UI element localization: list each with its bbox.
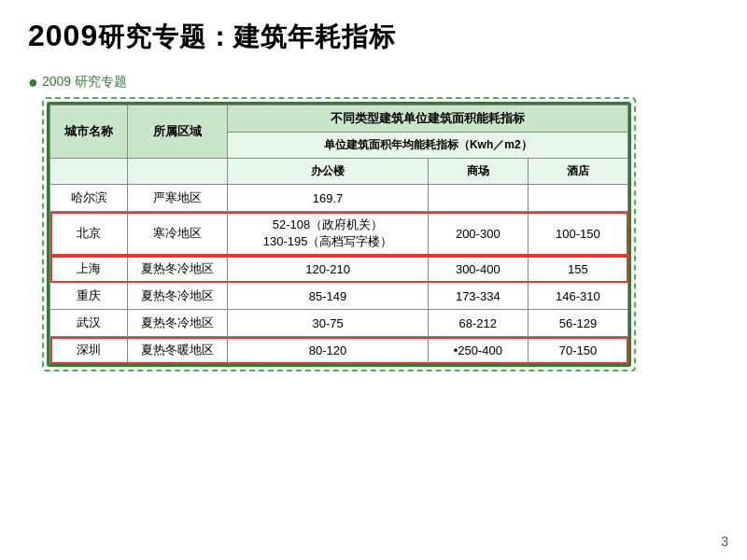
header-region: 所属区域 <box>128 105 228 159</box>
header-city: 城市名称 <box>50 105 128 159</box>
table-row: 北京寒冷地区52-108（政府机关） 130-195（高档写字楼）200-300… <box>50 212 628 256</box>
cell-city: 上海 <box>50 256 128 283</box>
header-empty2 <box>128 159 228 185</box>
cell-region: 寒冷地区 <box>128 212 228 256</box>
bullet-line: ● 2009 研究专题 <box>28 74 719 91</box>
header-hotel: 酒店 <box>528 159 627 185</box>
cell-city: 武汉 <box>50 310 128 337</box>
bullet-icon: ● <box>28 74 38 91</box>
header-office: 办公楼 <box>228 159 428 185</box>
page-number: 3 <box>721 534 728 549</box>
cell-mall: 300-400 <box>428 256 528 283</box>
table-row: 哈尔滨严寒地区169.7 <box>50 185 628 212</box>
header-caption: 不同类型建筑单位建筑面积能耗指标 <box>228 105 628 133</box>
table-container: 城市名称 所属区域 不同类型建筑单位建筑面积能耗指标 单位建筑面积年均能耗指标（… <box>47 102 719 371</box>
bullet-text: 2009 研究专题 <box>42 74 127 91</box>
cell-region: 严寒地区 <box>128 185 228 212</box>
cell-region: 夏热冬冷地区 <box>128 256 228 283</box>
table-row: 深圳夏热冬暖地区80-120•250-40070-150 <box>50 337 628 364</box>
cell-office: 80-120 <box>228 337 428 364</box>
cell-office: 120-210 <box>228 256 428 283</box>
cell-mall: 173-334 <box>428 283 528 310</box>
cell-office: 52-108（政府机关） 130-195（高档写字楼） <box>228 212 428 256</box>
title-year: 2009 <box>28 19 98 52</box>
cell-office: 169.7 <box>228 185 428 212</box>
header-mall: 商场 <box>428 159 528 185</box>
cell-office: 30-75 <box>228 310 428 337</box>
page-title: 2009研究专题：建筑年耗指标 <box>28 19 719 55</box>
cell-hotel: 56-129 <box>528 310 627 337</box>
cell-mall: •250-400 <box>428 337 528 364</box>
cell-mall: 68-212 <box>428 310 528 337</box>
cell-office: 85-149 <box>228 283 428 310</box>
cell-city: 重庆 <box>50 283 128 310</box>
cell-region: 夏热冬暖地区 <box>128 337 228 364</box>
cell-region: 夏热冬冷地区 <box>128 283 228 310</box>
header-empty1 <box>50 159 128 185</box>
data-table: 城市名称 所属区域 不同类型建筑单位建筑面积能耗指标 单位建筑面积年均能耗指标（… <box>49 105 628 364</box>
title-rest: 研究专题：建筑年耗指标 <box>98 22 396 51</box>
cell-hotel: 146-310 <box>528 283 627 310</box>
cell-mall <box>428 185 528 212</box>
table-row: 上海夏热冬冷地区120-210300-400155 <box>50 256 628 283</box>
cell-city: 深圳 <box>50 337 128 364</box>
page: 2009研究专题：建筑年耗指标 ● 2009 研究专题 城市名称 所属区域 不同… <box>0 0 747 560</box>
cell-hotel <box>528 185 627 212</box>
cell-hotel: 70-150 <box>528 337 627 364</box>
cell-region: 夏热冬冷地区 <box>128 310 228 337</box>
cell-city: 北京 <box>50 212 128 256</box>
header-subcaption: 单位建筑面积年均能耗指标（Kwh／m2） <box>228 133 628 159</box>
table-row: 武汉夏热冬冷地区30-7568-21256-129 <box>50 310 628 337</box>
cell-mall: 200-300 <box>428 212 528 256</box>
table-row: 重庆夏热冬冷地区85-149173-334146-310 <box>50 283 628 310</box>
cell-hotel: 155 <box>528 256 627 283</box>
table-green-border: 城市名称 所属区域 不同类型建筑单位建筑面积能耗指标 单位建筑面积年均能耗指标（… <box>47 102 631 367</box>
cell-city: 哈尔滨 <box>50 185 128 212</box>
cell-hotel: 100-150 <box>528 212 627 256</box>
